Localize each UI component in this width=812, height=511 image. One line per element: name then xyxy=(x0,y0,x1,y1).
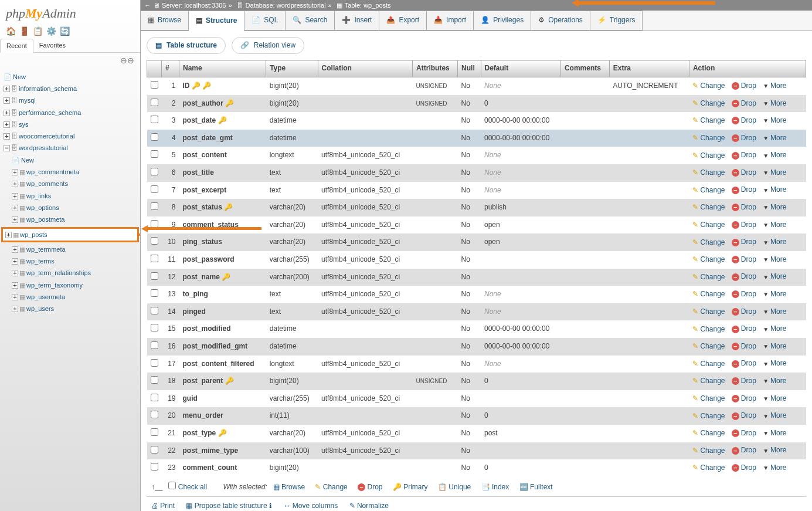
more-link[interactable]: ▼More xyxy=(763,463,786,473)
more-link[interactable]: ▼More xyxy=(763,255,786,265)
change-link[interactable]: ✎Change xyxy=(692,151,725,161)
row-checkbox[interactable] xyxy=(151,99,158,106)
more-link[interactable]: ▼More xyxy=(763,151,786,160)
drop-link[interactable]: –Drop xyxy=(732,394,756,404)
row-checkbox[interactable] xyxy=(151,272,158,280)
expand-icon[interactable]: + xyxy=(12,306,18,312)
logo[interactable]: phpMyAdmin xyxy=(0,0,140,23)
table-structure-button[interactable]: ▤Table structure xyxy=(147,37,226,55)
more-link[interactable]: ▼More xyxy=(763,272,786,282)
tab-browse[interactable]: ▦Browse xyxy=(141,11,189,31)
tree-table-wp_usermeta[interactable]: +▦wp_usermeta xyxy=(4,291,137,303)
change-link[interactable]: ✎Change xyxy=(692,168,725,178)
row-checkbox[interactable] xyxy=(151,116,158,123)
drop-link[interactable]: –Drop xyxy=(732,411,756,421)
change-link[interactable]: ✎Change xyxy=(692,273,725,282)
drop-link[interactable]: –Drop xyxy=(732,99,756,109)
ws-browse[interactable]: ▦ Browse xyxy=(273,483,305,491)
drop-link[interactable]: –Drop xyxy=(732,255,756,265)
row-checkbox[interactable] xyxy=(151,307,158,314)
tree-table-wp_term_relationships[interactable]: +▦wp_term_relationships xyxy=(4,267,137,279)
row-checkbox[interactable] xyxy=(151,394,158,401)
home-icon[interactable]: 🏠 xyxy=(6,26,19,36)
check-all-link[interactable]: Check all xyxy=(178,483,207,491)
drop-link[interactable]: –Drop xyxy=(732,82,756,91)
tree-db-mysql[interactable]: +🗄mysql xyxy=(4,94,137,106)
expand-icon[interactable]: + xyxy=(12,181,18,187)
docs-icon[interactable]: 📋 xyxy=(33,26,46,36)
more-link[interactable]: ▼More xyxy=(763,429,786,438)
tab-sql[interactable]: 📄SQL xyxy=(244,11,286,31)
breadcrumb-server[interactable]: localhost:3306 xyxy=(185,1,226,9)
drop-link[interactable]: –Drop xyxy=(732,116,756,126)
more-link[interactable]: ▼More xyxy=(763,307,786,317)
expand-icon[interactable]: + xyxy=(12,294,18,300)
relation-view-button[interactable]: 🔗Relation view xyxy=(232,37,304,55)
drop-link[interactable]: –Drop xyxy=(732,168,756,178)
tree-new[interactable]: 📄New xyxy=(4,71,137,83)
row-checkbox[interactable] xyxy=(151,150,158,158)
drop-link[interactable]: –Drop xyxy=(732,324,756,334)
row-checkbox[interactable] xyxy=(151,255,158,262)
tree-db-wordpresstutorial[interactable]: −🗄wordpresstutorial xyxy=(4,142,137,154)
row-checkbox[interactable] xyxy=(151,133,158,141)
expand-icon[interactable]: − xyxy=(4,145,10,151)
change-link[interactable]: ✎Change xyxy=(692,255,725,265)
ws-change[interactable]: ✎ Change xyxy=(315,483,347,491)
breadcrumb-database[interactable]: wordpresstutorial xyxy=(277,1,326,9)
drop-link[interactable]: –Drop xyxy=(732,221,756,230)
row-checkbox[interactable] xyxy=(151,185,158,193)
change-link[interactable]: ✎Change xyxy=(692,394,725,404)
tree-table-wp_postmeta[interactable]: +▦wp_postmeta xyxy=(4,214,137,225)
change-link[interactable]: ✎Change xyxy=(692,186,725,195)
change-link[interactable]: ✎Change xyxy=(692,463,725,473)
refresh-icon[interactable]: 🔄 xyxy=(60,26,73,36)
row-checkbox[interactable] xyxy=(151,446,158,454)
expand-icon[interactable]: + xyxy=(12,205,18,211)
favorites-tab[interactable]: Favorites xyxy=(33,39,72,52)
more-link[interactable]: ▼More xyxy=(763,446,786,455)
ws-fulltext[interactable]: 🔤 Fulltext xyxy=(519,483,553,491)
tree-table-wp_links[interactable]: +▦wp_links xyxy=(4,190,137,202)
more-link[interactable]: ▼More xyxy=(763,342,786,351)
drop-link[interactable]: –Drop xyxy=(732,377,756,386)
more-link[interactable]: ▼More xyxy=(763,203,786,212)
change-link[interactable]: ✎Change xyxy=(692,307,725,317)
row-checkbox[interactable] xyxy=(151,428,158,436)
ws-primary[interactable]: 🔑 Primary xyxy=(393,483,428,491)
drop-link[interactable]: –Drop xyxy=(732,429,756,438)
change-link[interactable]: ✎Change xyxy=(692,99,725,109)
change-link[interactable]: ✎Change xyxy=(692,116,725,126)
normalize-link[interactable]: ✎ Normalize xyxy=(349,502,389,510)
print-link[interactable]: 🖨 Print xyxy=(151,502,175,510)
tree-table-wp_commentmeta[interactable]: +▦wp_commentmeta xyxy=(4,166,137,178)
expand-icon[interactable]: + xyxy=(12,216,18,223)
back-icon[interactable]: ← xyxy=(144,1,151,9)
expand-icon[interactable]: + xyxy=(5,232,12,238)
more-link[interactable]: ▼More xyxy=(763,116,786,126)
tree-table-wp_users[interactable]: +▦wp_users xyxy=(4,303,137,314)
expand-icon[interactable]: + xyxy=(4,110,10,116)
row-checkbox[interactable] xyxy=(151,202,158,210)
tree-table-wp_posts[interactable]: +▦wp_posts xyxy=(1,227,139,242)
drop-link[interactable]: –Drop xyxy=(732,290,756,299)
tree-table-wp_comments[interactable]: +▦wp_comments xyxy=(4,178,137,189)
tab-insert[interactable]: ➕Insert xyxy=(335,11,379,31)
more-link[interactable]: ▼More xyxy=(763,134,786,143)
change-link[interactable]: ✎Change xyxy=(692,342,725,351)
row-checkbox[interactable] xyxy=(151,376,158,384)
ws-drop[interactable]: – Drop xyxy=(358,483,382,491)
more-link[interactable]: ▼More xyxy=(763,82,786,91)
expand-icon[interactable]: + xyxy=(12,193,18,199)
drop-link[interactable]: –Drop xyxy=(732,463,756,473)
change-link[interactable]: ✎Change xyxy=(692,377,725,386)
tab-search[interactable]: 🔍Search xyxy=(286,11,335,31)
propose-link[interactable]: ▦ Propose table structure ℹ xyxy=(186,502,272,510)
change-link[interactable]: ✎Change xyxy=(692,290,725,299)
tab-privileges[interactable]: 👤Privileges xyxy=(474,11,531,31)
drop-link[interactable]: –Drop xyxy=(732,203,756,212)
more-link[interactable]: ▼More xyxy=(763,394,786,404)
more-link[interactable]: ▼More xyxy=(763,324,786,334)
tree-new-table[interactable]: 📄New xyxy=(4,154,137,166)
drop-link[interactable]: –Drop xyxy=(732,134,756,143)
